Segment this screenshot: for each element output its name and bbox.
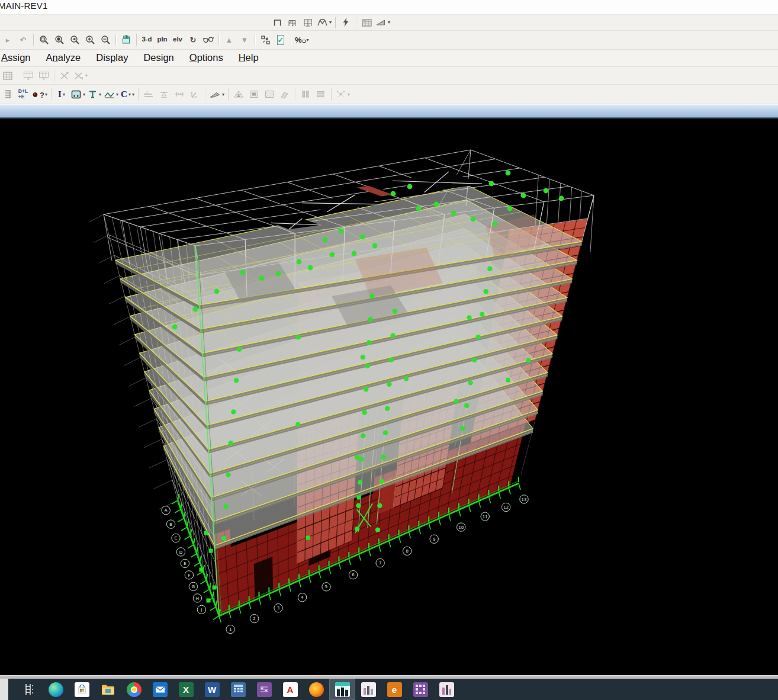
taskbar-edge-icon[interactable] [43, 679, 69, 700]
svg-text:F: F [188, 573, 190, 578]
taskbar-mail-icon[interactable] [147, 679, 173, 700]
load-pattern-icon: $ [21, 69, 36, 83]
taskbar-chrome-icon[interactable] [121, 679, 147, 700]
object-shrink-toggle-icon[interactable] [258, 33, 272, 47]
joint-assign-icon: ▾ [335, 87, 351, 101]
3d-building-model[interactable]: 12345678910111213ABCDEFGHJ [0, 118, 778, 675]
modify-tool-icon: ▾ [73, 69, 88, 83]
taskbar-etabs-e-icon[interactable]: e [381, 679, 407, 700]
dropdown-arrow-icon[interactable]: ▾ [83, 92, 85, 97]
taskbar-autocad-icon[interactable]: A [277, 679, 303, 700]
model-viewport[interactable]: 12345678910111213ABCDEFGHJ [0, 118, 778, 675]
toolbar-separator [18, 70, 18, 82]
wall-template-icon[interactable] [359, 15, 374, 30]
zoom-in-icon[interactable] [83, 33, 97, 47]
dropdown-arrow-icon[interactable]: ▾ [63, 92, 65, 97]
braced-frame-template-icon[interactable] [285, 15, 300, 30]
svg-text:1: 1 [229, 627, 232, 632]
edge-clipped-icon[interactable] [1, 87, 15, 101]
dropdown-arrow-icon[interactable]: ▾ [116, 92, 118, 97]
special-frame-template-icon[interactable]: ▾ [316, 15, 332, 30]
run-analysis-icon[interactable] [339, 15, 353, 30]
svg-text:A: A [165, 508, 168, 513]
toolbar-separator [255, 34, 255, 46]
svg-text:3: 3 [277, 606, 279, 611]
deck-section-icon[interactable]: ▾ [103, 87, 119, 101]
load-case-icon: $ [37, 69, 51, 83]
svg-text:5: 5 [325, 585, 327, 589]
taskbar-sap2000-icon[interactable] [355, 679, 381, 700]
dropdown-arrow-icon[interactable]: ▾ [222, 92, 224, 97]
menu-assign[interactable]: Assign [0, 50, 38, 66]
portal-frame-template-icon[interactable] [270, 15, 284, 30]
menu-options[interactable]: Options [182, 50, 231, 66]
channel-section-icon[interactable]: C▾▾ [120, 87, 135, 101]
column-bars-icon [298, 87, 313, 101]
screen-edge-strip [0, 679, 8, 700]
dropdown-arrow-icon[interactable]: ▾ [128, 92, 131, 97]
taskbar-word-icon[interactable]: W [199, 679, 225, 700]
elevation-view-icon[interactable]: elv [171, 33, 185, 47]
window-title: MAIN-REV1 [0, 1, 47, 11]
svg-text:J: J [200, 608, 202, 612]
rotate-view-icon[interactable]: ↻ [186, 33, 200, 47]
menu-help[interactable]: Help [231, 50, 266, 66]
taskbar-calculator-icon[interactable] [225, 679, 251, 700]
toolbar-separator [205, 88, 205, 100]
frame-section-icon[interactable]: I▾ [54, 87, 69, 101]
area-stiffness-icon [262, 87, 277, 101]
tee-section-icon[interactable]: ▾ [87, 87, 102, 101]
taskbar-firefox-icon[interactable] [303, 679, 329, 700]
svg-text:12: 12 [503, 505, 509, 510]
check-glyph: ✓ [277, 35, 285, 45]
dropdown-arrow-icon[interactable]: ▾ [85, 73, 88, 78]
taskbar-app-filmstrip-icon[interactable] [17, 679, 43, 700]
toolbar-separator [54, 70, 54, 82]
move-up-story-icon: ▲ [222, 33, 236, 47]
wall-section-icon[interactable]: ▾ [70, 87, 86, 101]
rubber-band-zoom-icon[interactable] [37, 33, 51, 47]
set-display-options-icon[interactable]: ✓ [274, 33, 288, 47]
dropdown-arrow-icon[interactable]: ▾ [132, 92, 134, 97]
taskbar-store-icon[interactable] [69, 679, 95, 700]
load-combination-icon[interactable]: D+L +E [16, 87, 30, 101]
taskbar-explorer-icon[interactable] [95, 679, 121, 700]
taskbar-purple-app-icon[interactable] [251, 679, 277, 700]
menu-display[interactable]: Display [88, 50, 136, 66]
snap-percent-icon[interactable]: %▾ [294, 33, 310, 47]
menu-design[interactable]: Design [136, 50, 181, 66]
dropdown-arrow-icon[interactable]: ▾ [388, 20, 390, 25]
run-check-icon[interactable]: ?▾ [31, 87, 48, 101]
toolbar-separator [115, 34, 116, 46]
svg-text:9: 9 [433, 537, 435, 542]
dropdown-arrow-icon[interactable]: ▾ [99, 92, 101, 97]
toolbar-templates: ▾▾ [0, 15, 778, 31]
view-window-titlebar[interactable] [0, 104, 778, 118]
delete-tool-icon [57, 69, 72, 83]
pan-icon[interactable] [119, 33, 133, 47]
storage-frame-template-icon[interactable] [301, 15, 315, 30]
toolbar-separator [218, 34, 219, 46]
dropdown-arrow-icon[interactable]: ▾ [307, 37, 309, 43]
toolbar-separator [138, 88, 139, 100]
ramp-template-icon[interactable]: ▾ [375, 15, 391, 30]
nav-arrow-icon: ▸ [1, 33, 15, 47]
area-ramp-icon[interactable]: ▾ [208, 87, 225, 101]
dropdown-arrow-icon[interactable]: ▾ [329, 20, 332, 25]
taskbar-csi-building-icon[interactable] [433, 679, 459, 700]
menu-analyze[interactable]: Analyze [38, 50, 89, 66]
dropdown-arrow-icon[interactable]: ▾ [348, 92, 350, 97]
toolbar-separator [228, 88, 229, 100]
taskbar-safe-icon[interactable] [407, 679, 433, 700]
etabs-window: MAIN-REV1 ▾▾ ▸↶3-dplnelv↻▲▼✓%▾ AssignAna… [0, 0, 778, 700]
perspective-toggle-icon[interactable] [201, 33, 216, 47]
restore-full-view-icon[interactable] [52, 33, 66, 47]
zoom-out-icon[interactable] [98, 33, 112, 47]
plan-view-icon[interactable]: pln [155, 33, 169, 47]
view-3d-icon[interactable]: 3-d [140, 33, 154, 47]
previous-zoom-icon[interactable] [67, 33, 82, 47]
dropdown-arrow-icon[interactable]: ▾ [45, 92, 47, 97]
story-bars-icon [314, 87, 328, 101]
taskbar-etabs-icon[interactable] [329, 679, 355, 700]
taskbar-excel-icon[interactable]: X [173, 679, 199, 700]
